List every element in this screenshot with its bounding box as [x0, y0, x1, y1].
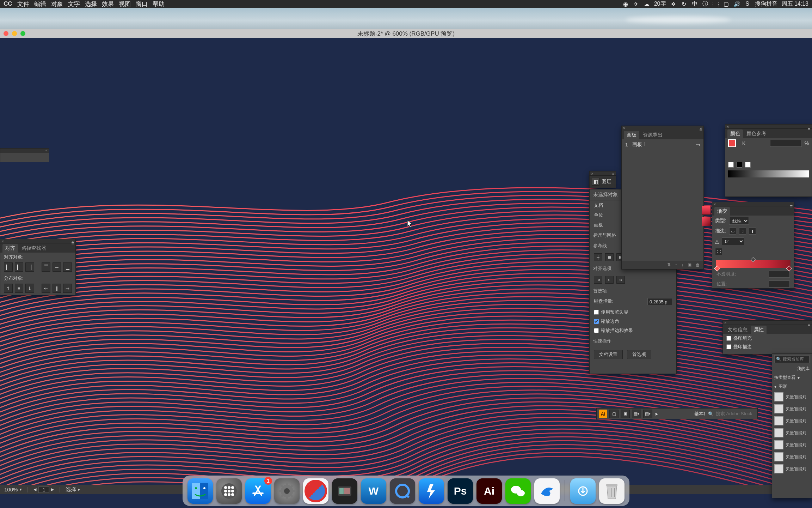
dist-top-button[interactable]: ⇑ [4, 284, 13, 293]
wifi-icon[interactable]: ⋮⋮ [713, 1, 719, 7]
menu-view[interactable]: 视图 [119, 0, 131, 8]
key-increment-field[interactable] [647, 298, 672, 305]
app-name[interactable]: CC [4, 0, 12, 7]
doc-setup-button[interactable]: 文档设置 [594, 350, 623, 359]
layers-label[interactable]: 图层 [602, 179, 611, 185]
cloud-icon[interactable]: ☁ [644, 1, 650, 7]
menu-object[interactable]: 对象 [51, 0, 63, 8]
menu-window[interactable]: 窗口 [136, 0, 148, 8]
color-panel[interactable]: × 颜色 颜色参考 ≡ K % [725, 124, 812, 197]
dock-launchpad[interactable] [216, 478, 242, 504]
airplay-icon[interactable]: ▢ [723, 1, 730, 7]
align-left-button[interactable]: ▏ [4, 262, 13, 272]
check-scale-strokes[interactable]: 缩放边角 [594, 318, 672, 325]
artboards-panel[interactable]: × « 画板 资源导出 ≡ 1 画板 1 ▭ ⇅ ↑ ↓ ▣ 🗑 [621, 126, 704, 270]
snap-opt-1[interactable]: ⇥ [594, 276, 602, 284]
menu-edit[interactable]: 编辑 [34, 0, 46, 8]
dist-bottom-button[interactable]: ⇓ [25, 284, 34, 293]
color-value-field[interactable] [770, 140, 802, 147]
aspect-lock-icon[interactable]: ⛶ [715, 248, 722, 255]
my-library-label[interactable]: 我的库 [772, 364, 812, 373]
dock-bird-app[interactable] [534, 478, 560, 504]
rename-artboard-icon[interactable]: ▭ [695, 142, 700, 147]
menu-effect[interactable]: 效果 [102, 0, 114, 8]
snap-point-button[interactable]: ┼ [594, 253, 602, 261]
dock-illustrator[interactable]: Ai [476, 478, 502, 504]
library-item[interactable]: 矢量智能对 [772, 427, 812, 439]
white-swatch[interactable] [745, 162, 751, 168]
ime-indicator-icon[interactable]: 中 [691, 1, 698, 7]
ctrl-box-2[interactable]: ▣ [621, 410, 630, 418]
panel-expand-icon[interactable]: » [612, 171, 614, 176]
black-swatch[interactable] [737, 162, 742, 168]
close-icon[interactable]: × [714, 202, 716, 206]
artboard-index-field[interactable] [38, 486, 49, 493]
dock-thunder[interactable] [419, 478, 444, 504]
dock-wechat[interactable] [505, 478, 531, 504]
layers-collapsed-panel[interactable]: × » ◧ 图层 [589, 171, 616, 188]
dock-finder[interactable] [187, 478, 213, 504]
close-icon[interactable]: × [591, 171, 593, 176]
align-top-button[interactable]: ▔ [42, 262, 50, 272]
close-icon[interactable]: × [623, 126, 625, 130]
gradient-swatch-radial[interactable] [702, 217, 711, 226]
stroke-mode-1[interactable]: ▭ [729, 228, 736, 235]
snap-opt-3[interactable]: ⇹ [616, 276, 625, 284]
artboard-move-up-icon[interactable]: ↑ [675, 262, 677, 267]
close-icon[interactable]: × [2, 239, 4, 243]
check-preview-bounds[interactable]: 使用预览边界 [594, 309, 672, 315]
tab-artboards[interactable]: 画板 [624, 131, 639, 139]
gradient-location-field[interactable] [769, 280, 790, 288]
dock-safari[interactable] [303, 478, 328, 504]
align-right-button[interactable]: ▕ [25, 262, 34, 272]
prev-artboard-button[interactable]: ◀ [33, 487, 36, 492]
panel-menu-icon[interactable]: ≡ [71, 241, 74, 246]
tool-dropdown-icon[interactable]: ▸ [78, 487, 80, 492]
gradient-opacity-field[interactable] [769, 271, 790, 278]
delete-artboard-icon[interactable]: 🗑 [696, 262, 700, 267]
tab-docinfo[interactable]: 文档信息 [725, 326, 750, 334]
bird-menubar-icon[interactable]: ✈ [633, 1, 639, 7]
minimize-window-button[interactable] [12, 31, 17, 36]
menu-type[interactable]: 文字 [68, 0, 80, 8]
close-icon[interactable]: × [727, 125, 729, 129]
none-color-icon[interactable] [728, 162, 734, 168]
library-item[interactable]: 矢量智能对 [772, 463, 812, 475]
gradient-bar[interactable] [716, 260, 791, 268]
panel-menu-icon[interactable]: ≡ [807, 322, 810, 327]
ctrl-box-3[interactable]: ▦▾ [632, 410, 641, 418]
library-group-graphics[interactable]: ▾ 图形 [772, 382, 812, 391]
dock-final-cut[interactable] [332, 478, 357, 504]
ctrl-box-4[interactable]: ▤▾ [643, 410, 652, 418]
tab-color-guide[interactable]: 颜色参考 [744, 129, 769, 138]
zoom-window-button[interactable] [20, 31, 25, 36]
libraries-panel[interactable]: 🔍 搜索当前库 我的库 按类型查看 ▾ ▾ 图形 矢量智能对 矢量智能对 矢量智… [772, 353, 812, 498]
close-window-button[interactable] [4, 31, 8, 36]
tab-align[interactable]: 对齐 [2, 244, 18, 253]
zoom-level[interactable]: 100% [4, 486, 18, 492]
library-item[interactable]: 矢量智能对 [772, 415, 812, 427]
close-icon[interactable]: × [724, 321, 726, 325]
library-item[interactable]: 矢量智能对 [772, 403, 812, 415]
artboard-reorder-icon[interactable]: ⇅ [667, 262, 671, 267]
library-sort-dropdown[interactable]: 按类型查看 ▾ [772, 373, 812, 382]
tab-attributes[interactable]: 属性 [751, 326, 767, 334]
fill-stroke-swatch[interactable] [728, 139, 736, 147]
dist-hcenter-button[interactable]: ∥ [53, 284, 61, 293]
stroke-mode-3[interactable]: ▮ [749, 228, 756, 235]
menu-file[interactable]: 文件 [17, 0, 29, 8]
volume-icon[interactable]: 🔊 [734, 1, 740, 7]
sync-icon[interactable]: ◉ [622, 1, 629, 7]
attributes-panel[interactable]: × 文档信息 属性 ≡ 叠印填充 叠印描边 [722, 320, 812, 355]
gradient-swatch-linear[interactable] [702, 206, 711, 215]
menubar-clock[interactable]: 周五 14:13 [782, 0, 808, 8]
library-item[interactable]: 矢量智能对 [772, 439, 812, 451]
align-bottom-button[interactable]: ▁ [63, 262, 72, 272]
zoom-dropdown-icon[interactable]: ▾ [20, 487, 22, 492]
menu-help[interactable]: 帮助 [153, 0, 165, 8]
dock-wps[interactable]: W [361, 478, 386, 504]
snap-pixel-button[interactable]: ▦ [605, 253, 614, 261]
stroke-mode-2[interactable]: ▯ [739, 228, 746, 235]
align-vcenter-button[interactable]: ─ [53, 262, 61, 272]
gradient-panel[interactable]: × 渐变 ≡ 类型: 线性 描边: ▭ ▯ ▮ △ 0° ⛶ 不透明度: 位置: [712, 202, 794, 289]
